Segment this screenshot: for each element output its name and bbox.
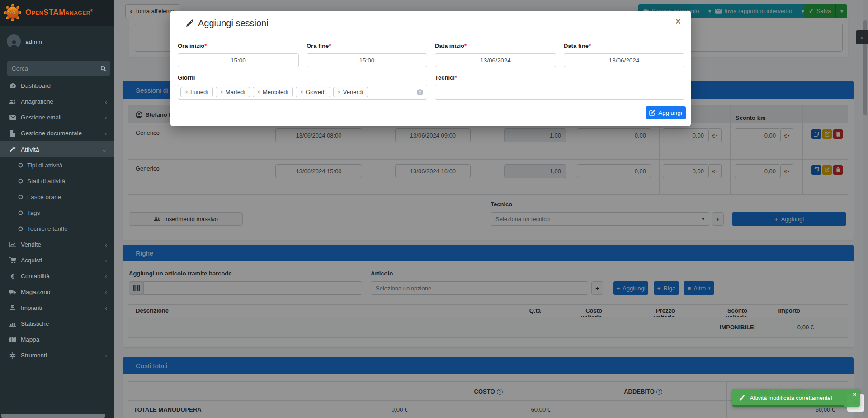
- toast-close-button[interactable]: ×: [853, 391, 856, 398]
- modal-title: Aggiungi sessioni: [186, 18, 269, 28]
- modal-submit-button[interactable]: Aggiungi: [646, 106, 686, 119]
- sidebar-item-attivita[interactable]: Attività ⌄: [0, 141, 114, 157]
- search-input[interactable]: [7, 65, 96, 72]
- sidebar-item-impianti[interactable]: Impianti ‹: [0, 300, 114, 316]
- sidebar-horizontal-scrollbar[interactable]: [1, 414, 105, 418]
- sidebar-item-gestione-email[interactable]: Gestione email ‹: [0, 109, 114, 125]
- required-mark: *: [455, 74, 457, 81]
- sidebar-item-label: Vendite: [21, 241, 41, 248]
- file-icon: [8, 130, 18, 137]
- sidebar-subitem-tecnici-e-tariffe[interactable]: Tecnici e tariffe: [0, 221, 114, 237]
- sidebar-subitem-label: Tecnici e tariffe: [27, 225, 68, 232]
- search-button[interactable]: [96, 61, 110, 76]
- chevron-left-icon: ‹: [105, 114, 107, 121]
- app-name: OpenSTAManager: [25, 8, 90, 17]
- screen: ‹ Torna all'elenco Stampa intervento ▾ I…: [0, 0, 868, 418]
- sidebar-subitem-label: Fasce orarie: [27, 194, 61, 200]
- sidebar-item-contabilita[interactable]: € Contabilità ‹: [0, 268, 114, 284]
- data-fine-label: Data fine*: [564, 43, 591, 49]
- modal-title-text: Aggiungi sessioni: [198, 18, 269, 28]
- sidebar-item-anagrafiche[interactable]: Anagrafiche ‹: [0, 94, 114, 109]
- required-mark: *: [204, 43, 207, 49]
- users-icon: [8, 99, 18, 104]
- sidebar-subitem-label: Tipi di attività: [27, 162, 62, 169]
- tecnici-label: Tecnici*: [435, 74, 457, 81]
- toast-notification: ✓ Attività modificata correttamente! ×: [732, 390, 860, 407]
- sidebar-subitem-fasce-orarie[interactable]: Fasce orarie: [0, 189, 114, 205]
- sidebar-item-label: Gestione documentale: [21, 130, 82, 137]
- data-inizio-input[interactable]: [435, 53, 556, 67]
- chevron-left-icon: ‹: [105, 288, 107, 296]
- sidebar-item-label: Statistiche: [21, 320, 49, 327]
- sidebar-item-gestione-documentale[interactable]: Gestione documentale ‹: [0, 125, 114, 141]
- tag-label: Mercoledì: [263, 89, 288, 95]
- remove-tag-icon[interactable]: ×: [257, 89, 260, 95]
- ora-inizio-input[interactable]: [178, 53, 299, 67]
- remove-tag-icon[interactable]: ×: [220, 89, 223, 95]
- sidebar-item-strumenti[interactable]: Strumenti ‹: [0, 347, 114, 363]
- edit-icon: [649, 110, 655, 116]
- cart-icon: [8, 257, 18, 263]
- ora-inizio-label: Ora inizio*: [178, 43, 207, 49]
- osm-abbr: OSM: [8, 10, 18, 15]
- remove-tag-icon[interactable]: ×: [338, 89, 341, 95]
- giorni-tag: ×Martedì: [216, 87, 250, 97]
- sidebar-item-statistiche[interactable]: Statistiche: [0, 316, 114, 332]
- registered-mark: ®: [90, 9, 93, 13]
- label-text: Data fine: [564, 43, 589, 49]
- sidebar-subitem-stati-di-attivita[interactable]: Stati di attività: [0, 173, 114, 189]
- giorni-multiselect[interactable]: ×Lunedì ×Martedì ×Mercoledì ×Giovedì ×Ve…: [178, 85, 427, 100]
- clear-all-icon[interactable]: ×: [417, 89, 423, 95]
- circle-icon: [17, 179, 24, 184]
- sidebar-item-mappa[interactable]: Mappa: [0, 332, 114, 347]
- search-box: [7, 61, 110, 76]
- sidebar-item-vendite[interactable]: Vendite ‹: [0, 237, 114, 252]
- gear-icon: [8, 352, 18, 359]
- label-text: Data inizio: [435, 43, 464, 49]
- tag-label: Martedì: [226, 89, 245, 95]
- modal-submit-label: Aggiungi: [658, 109, 682, 116]
- remove-tag-icon[interactable]: ×: [185, 89, 188, 95]
- toast-progress-bar: [732, 405, 844, 407]
- sidebar-item-label: Acquisti: [21, 257, 42, 264]
- tecnici-input[interactable]: [435, 85, 684, 100]
- circle-icon: [17, 210, 24, 215]
- chevron-left-icon: ‹: [105, 98, 107, 105]
- avatar[interactable]: [7, 34, 21, 48]
- label-text: Ora fine: [307, 43, 329, 49]
- envelope-icon: [8, 115, 18, 120]
- ora-fine-input[interactable]: [307, 53, 427, 67]
- data-inizio-label: Data inizio*: [435, 43, 467, 49]
- divider: [170, 34, 691, 34]
- giorni-tag: ×Lunedì: [180, 87, 213, 97]
- chart-line-icon: [8, 242, 18, 247]
- sidebar-item-magazzino[interactable]: Magazzino ‹: [0, 284, 114, 300]
- modal-close-button[interactable]: ×: [675, 16, 681, 27]
- sidebar-item-label: Magazzino: [21, 289, 50, 295]
- truck-icon: [8, 290, 18, 295]
- sidebar-item-label: Impianti: [21, 304, 42, 311]
- required-mark: *: [589, 43, 591, 49]
- remove-tag-icon[interactable]: ×: [300, 89, 303, 95]
- data-fine-input[interactable]: [564, 53, 684, 67]
- sidebar-subitem-tags[interactable]: Tags: [0, 205, 114, 221]
- chevron-left-icon: ‹: [105, 352, 107, 359]
- sidebar-item-label: Contabilità: [21, 273, 50, 280]
- label-text: Ora inizio: [178, 43, 204, 49]
- sidebar-item-acquisti[interactable]: Acquisti ‹: [0, 252, 114, 268]
- pencil-icon: [186, 19, 193, 27]
- sidebar-item-label: Dashboard: [21, 82, 51, 89]
- sidebar-item-label: Gestione email: [21, 114, 61, 121]
- sidebar-subitem-label: Stati di attività: [27, 178, 65, 185]
- logo-bar[interactable]: OSM OpenSTAManager®: [0, 0, 114, 26]
- euro-glyph: €: [11, 273, 14, 280]
- check-icon: ✓: [738, 393, 746, 404]
- chevron-left-icon: ‹: [105, 256, 107, 264]
- chart-bar-icon: [8, 321, 18, 327]
- person-icon: [9, 39, 19, 48]
- required-mark: *: [329, 43, 331, 49]
- sidebar-item-dashboard[interactable]: Dashboard: [0, 78, 114, 94]
- sidebar-subitem-tipi-di-attivita[interactable]: Tipi di attività: [0, 157, 114, 173]
- tachometer-icon: [8, 83, 18, 89]
- username: admin: [25, 38, 42, 45]
